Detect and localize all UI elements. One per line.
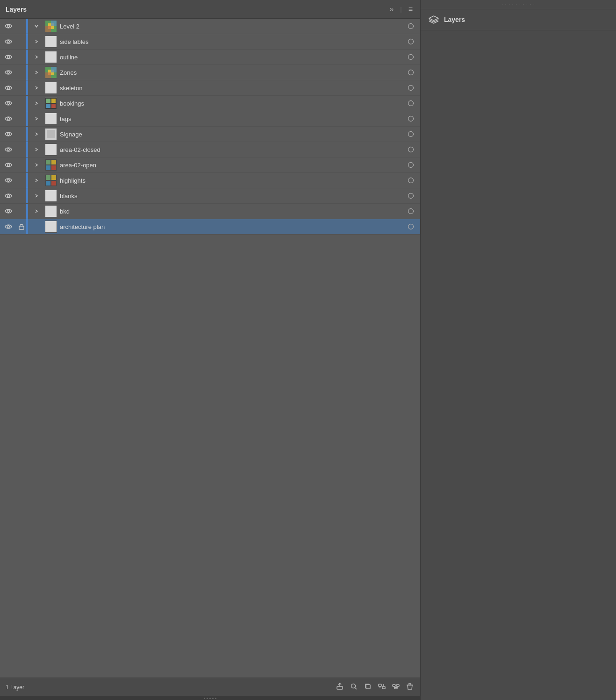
svg-point-8 [408,39,414,44]
layer-thumbnail [45,20,57,32]
layers-stack-icon [427,13,440,26]
expand-icon[interactable] [31,193,42,198]
layer-row[interactable]: Level 2 [0,19,420,34]
layer-row[interactable]: architecture plan [0,219,420,235]
layer-circle-indicator[interactable] [401,162,420,168]
expand-icon[interactable] [31,86,42,90]
visibility-icon[interactable] [0,131,17,137]
svg-rect-53 [45,190,57,201]
layer-circle-indicator[interactable] [401,146,420,153]
copy-icon[interactable] [363,682,372,693]
visibility-icon[interactable] [0,193,17,199]
svg-rect-43 [51,165,56,170]
resize-handle[interactable] [0,696,420,700]
visibility-icon[interactable] [0,70,17,75]
indent-bar [26,19,28,34]
lock-icon[interactable] [17,223,26,230]
layer-row[interactable]: tags [0,111,420,127]
delete-icon[interactable] [405,682,415,693]
layer-row[interactable]: blanks [0,188,420,204]
move-icon[interactable] [377,682,387,693]
layer-circle-indicator[interactable] [401,23,420,29]
svg-rect-26 [51,104,56,108]
expand-icon[interactable] [31,178,42,183]
svg-rect-67 [382,686,385,689]
visibility-icon[interactable] [0,208,17,214]
layer-row[interactable]: bkd [0,204,420,219]
forward-icon[interactable]: » [387,4,395,14]
visibility-icon[interactable] [0,162,17,168]
visibility-icon[interactable] [0,100,17,106]
panel-title: Layers [6,6,27,13]
layer-row[interactable]: area-02-closed [0,142,420,157]
expand-icon[interactable] [31,163,42,167]
visibility-icon[interactable] [0,54,17,60]
layer-name: Signage [60,131,401,138]
svg-rect-71 [396,685,399,686]
indent-bar [26,96,28,111]
visibility-icon[interactable] [0,39,17,44]
layer-circle-indicator[interactable] [401,54,420,60]
layer-circle-indicator[interactable] [401,177,420,184]
layer-thumbnail [45,205,57,217]
svg-point-27 [408,101,414,106]
expand-icon[interactable] [31,55,42,59]
layer-name: bkd [60,208,401,215]
layer-circle-indicator[interactable] [401,208,420,214]
visibility-icon[interactable] [0,224,17,229]
layers-list: Level 2 side lables outline Zones ske [0,19,420,678]
indent-bar [26,50,28,64]
visibility-icon[interactable] [0,116,17,121]
layer-row[interactable]: Signage [0,127,420,142]
visibility-icon[interactable] [0,147,17,152]
svg-rect-29 [45,113,57,124]
svg-rect-50 [51,181,56,186]
layer-row[interactable]: area-02-open [0,157,420,173]
layer-name: bookings [60,100,401,107]
expand-icon[interactable] [31,24,42,29]
svg-point-63 [351,684,356,688]
group-icon[interactable] [391,682,401,693]
expand-icon[interactable] [31,132,42,136]
layer-circle-indicator[interactable] [401,131,420,137]
expand-icon[interactable] [31,116,42,121]
indent-bar [26,188,28,203]
layer-circle-indicator[interactable] [401,100,420,107]
visibility-icon[interactable] [0,23,17,29]
layer-thumbnail [45,97,57,109]
footer-icons [335,682,415,693]
expand-icon[interactable] [31,39,42,44]
visibility-icon[interactable] [0,85,17,91]
search-icon[interactable] [349,682,358,693]
layer-circle-indicator[interactable] [401,193,420,199]
layer-name: area-02-closed [60,146,401,153]
svg-point-11 [408,55,414,60]
layer-row[interactable]: bookings [0,96,420,111]
expand-icon[interactable] [31,147,42,152]
layer-circle-indicator[interactable] [401,115,420,122]
indent-bar [26,157,28,172]
expand-icon[interactable] [31,209,42,214]
svg-point-30 [408,116,414,121]
layer-circle-indicator[interactable] [401,69,420,76]
layer-row[interactable]: side lables [0,34,420,50]
layer-circle-indicator[interactable] [401,85,420,91]
layer-circle-indicator[interactable] [401,223,420,230]
expand-icon[interactable] [31,101,42,106]
layer-row[interactable]: Zones [0,65,420,80]
expand-icon[interactable] [31,70,42,75]
header-icons: » | ≡ [387,4,415,14]
svg-point-38 [7,164,10,166]
layer-row[interactable]: highlights [0,173,420,188]
panel-footer: 1 Layer [0,678,420,696]
grip-area: · · · · · · · · · · [421,0,616,9]
layer-circle-indicator[interactable] [401,38,420,45]
export-icon[interactable] [335,682,344,693]
visibility-icon[interactable] [0,178,17,183]
svg-point-28 [7,118,10,120]
layer-row[interactable]: outline [0,50,420,65]
menu-icon[interactable]: ≡ [407,4,415,14]
layer-thumbnail [45,159,57,171]
layer-thumbnail [45,66,57,79]
layer-row[interactable]: skeleton [0,80,420,96]
